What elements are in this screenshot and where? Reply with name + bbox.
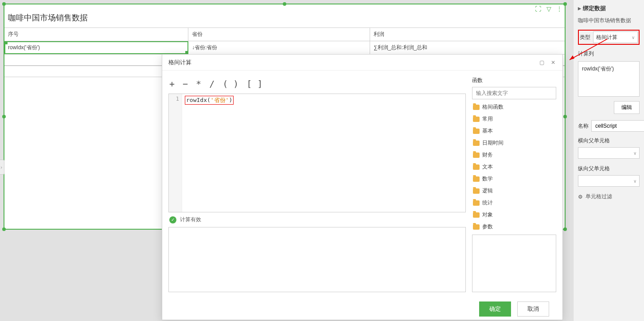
h-parent-label: 横向父单元格 (578, 137, 640, 145)
resize-handle[interactable] (563, 2, 567, 6)
func-category[interactable]: 对象 (472, 209, 556, 221)
calc-modal: 格间计算 ▢ ✕ + − * / ( ) [ ] 1 rowIdx('省份') (162, 54, 563, 320)
function-description-box (472, 235, 556, 292)
filter-label: 单元格过滤 (585, 193, 612, 200)
resize-handle[interactable] (563, 115, 567, 118)
func-category[interactable]: 格间函数 (472, 101, 556, 113)
type-value: 格间计算 (596, 34, 617, 41)
resize-handle[interactable] (563, 227, 567, 231)
chevron-down-icon: ∨ (633, 179, 636, 184)
function-tree: 格间函数 常用 基本 日期时间 财务 文本 数学 逻辑 统计 对象 参数 (472, 101, 556, 233)
function-title: 函数 (472, 77, 556, 84)
cancel-button[interactable]: 取消 (517, 301, 549, 317)
name-input[interactable] (591, 120, 644, 132)
func-category[interactable]: 统计 (472, 197, 556, 209)
validation-text: 计算有效 (180, 216, 201, 223)
divide-op[interactable]: / (209, 78, 215, 89)
func-category[interactable]: 文本 (472, 161, 556, 173)
more-icon[interactable]: ⋮ (556, 5, 563, 12)
calc-col-label: 计算列 (578, 50, 640, 58)
func-category[interactable]: 参数 (472, 221, 556, 233)
folder-icon (473, 200, 480, 206)
h-parent-select[interactable]: ∨ (578, 147, 640, 159)
panel-title: 绑定数据 (578, 4, 640, 12)
func-category[interactable]: 常用 (472, 113, 556, 125)
func-category[interactable]: 数学 (472, 173, 556, 185)
chevron-down-icon: ∨ (632, 35, 635, 40)
folder-icon (473, 224, 480, 230)
modal-header: 格间计算 ▢ ✕ (162, 55, 562, 70)
folder-icon (473, 129, 480, 134)
line-number: 1 (172, 96, 179, 102)
func-category[interactable]: 财务 (472, 149, 556, 161)
properties-panel: 绑定数据 咖啡中国市场销售数据 类型 格间计算 ∨ 计算列 rowIdx('省份… (573, 0, 644, 321)
folder-icon (473, 176, 480, 182)
resize-handle[interactable] (2, 227, 6, 231)
close-icon[interactable]: ✕ (550, 59, 556, 66)
maximize-icon[interactable]: ▢ (539, 59, 545, 66)
modal-footer: 确定 取消 (162, 298, 562, 320)
validation-status: ✓ 计算有效 (168, 212, 466, 227)
folder-icon (473, 212, 480, 218)
code-editor[interactable]: 1 rowIdx('省份') (168, 94, 466, 212)
plus-op[interactable]: + (169, 78, 175, 89)
bracket-op[interactable]: [ ] (246, 78, 262, 89)
edit-button[interactable]: 编辑 (614, 101, 640, 114)
data-cell[interactable]: ↓省份:省份 (188, 41, 370, 54)
resize-handle[interactable] (283, 2, 286, 6)
function-search-input[interactable] (472, 87, 556, 99)
folder-icon (473, 117, 480, 122)
multiply-op[interactable]: * (196, 78, 201, 89)
minus-op[interactable]: − (183, 78, 188, 89)
confirm-button[interactable]: 确定 (479, 301, 511, 317)
calc-expression-box[interactable]: rowIdx('省份') (578, 61, 640, 97)
func-category[interactable]: 逻辑 (472, 185, 556, 197)
panel-subtitle: 咖啡中国市场销售数据 (578, 17, 640, 24)
chevron-down-icon: ∨ (633, 151, 636, 156)
check-icon: ✓ (169, 216, 176, 223)
folder-icon (473, 141, 480, 146)
folder-icon (473, 188, 480, 194)
paren-op[interactable]: ( ) (222, 78, 238, 89)
data-cell[interactable]: ∑利润_总和:利润_总和 (370, 41, 565, 54)
folder-icon (473, 164, 480, 170)
data-cell-selected[interactable]: rowIdx('省份') (4, 41, 188, 54)
modal-title: 格间计算 (168, 59, 191, 67)
resize-handle[interactable] (2, 2, 6, 6)
filter-icon[interactable]: ▽ (545, 5, 552, 12)
gear-icon: ⚙ (578, 194, 583, 200)
cell-filter-link[interactable]: ⚙ 单元格过滤 (578, 193, 640, 200)
report-title: 咖啡中国市场销售数据 (4, 4, 565, 27)
name-label: 名称 (578, 122, 589, 130)
type-select[interactable]: 格间计算 ∨ (593, 31, 638, 43)
fullscreen-icon[interactable]: ⛶ (535, 5, 542, 12)
folder-icon (473, 153, 480, 158)
func-category[interactable]: 基本 (472, 125, 556, 137)
header-cell[interactable]: 序号 (4, 28, 188, 41)
operator-toolbar: + − * / ( ) [ ] (168, 77, 466, 94)
code-expression-highlight: rowIdx('省份') (185, 96, 234, 105)
type-label: 类型 (580, 34, 590, 41)
folder-icon (473, 105, 480, 110)
func-category[interactable]: 日期时间 (472, 137, 556, 149)
v-parent-select[interactable]: ∨ (578, 175, 640, 187)
header-cell[interactable]: 利润 (370, 28, 565, 41)
resize-handle[interactable] (2, 115, 6, 118)
side-expand-tab[interactable]: › (0, 160, 4, 175)
header-cell[interactable]: 省份 (188, 28, 370, 41)
preview-box (168, 227, 466, 292)
line-gutter: 1 (169, 94, 182, 212)
v-parent-label: 纵向父单元格 (578, 165, 640, 172)
